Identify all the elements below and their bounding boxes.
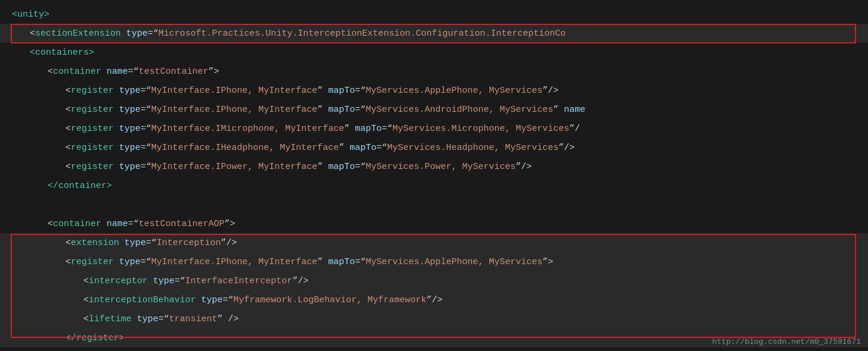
code-token: type xyxy=(124,238,146,248)
code-token: extension xyxy=(71,238,119,248)
code-token: interceptor xyxy=(89,276,148,286)
code-token: </container> xyxy=(48,181,112,191)
code-token: < xyxy=(65,86,71,96)
code-token: testContainerAOP xyxy=(139,219,224,229)
code-token: mapTo xyxy=(328,105,355,115)
code-line-13: <register type=“MyInterface.IPhone, MyIn… xyxy=(0,252,868,271)
code-token xyxy=(132,314,137,324)
code-token: =“ xyxy=(355,162,366,172)
code-token: container xyxy=(53,219,101,229)
code-token: name xyxy=(107,67,128,77)
code-line-16: <lifetime type=“transient” /> xyxy=(0,309,868,328)
code-token: register xyxy=(71,124,114,134)
code-token xyxy=(114,124,119,134)
code-token: Myframework.LogBehavior, Myframework xyxy=(233,295,426,305)
code-token xyxy=(114,143,119,153)
line-content-16: <lifetime type=“transient” /> xyxy=(83,314,239,324)
code-token: MyInterface.IPhone, MyInterface xyxy=(151,257,317,267)
code-token: type xyxy=(119,124,140,134)
line-content-14: <interceptor type=“InterfaceInterceptor”… xyxy=(83,276,308,286)
code-token: =“ xyxy=(140,162,151,172)
code-token: sectionExtension xyxy=(35,29,121,39)
code-line-6: <register type=“MyInterface.IMicrophone,… xyxy=(0,119,868,138)
code-token: MyInterface.IPhone, MyInterface xyxy=(151,86,317,96)
code-token: MyInterface.IMicrophone, MyInterface xyxy=(151,124,344,134)
code-token xyxy=(196,295,201,305)
code-token: type xyxy=(119,143,140,153)
line-content-6: <register type=“MyInterface.IMicrophone,… xyxy=(65,124,580,134)
code-token xyxy=(114,257,119,267)
code-token xyxy=(121,29,126,39)
code-token: =“ xyxy=(148,29,158,39)
code-token: mapTo xyxy=(328,86,355,96)
code-line-12: <extension type=“Interception”/> xyxy=(0,233,868,252)
code-token: < xyxy=(48,67,53,77)
code-line-2: <containers> xyxy=(0,43,868,62)
code-token: register xyxy=(71,143,114,153)
code-token: mapTo xyxy=(328,257,355,267)
code-line-4: <register type=“MyInterface.IPhone, MyIn… xyxy=(0,81,868,100)
line-content-12: <extension type=“Interception”/> xyxy=(65,238,237,248)
code-token: ”/> xyxy=(426,295,442,305)
code-token: ” xyxy=(344,124,355,134)
code-token: ” xyxy=(317,162,328,172)
code-token: < xyxy=(65,257,71,267)
code-token: =“ xyxy=(223,295,233,305)
code-token: type xyxy=(119,162,140,172)
code-line-8: <register type=“MyInterface.IPower, MyIn… xyxy=(0,157,868,176)
line-content-17: </register> xyxy=(65,333,124,343)
line-content-7: <register type=“MyInterface.IHeadphone, … xyxy=(65,143,574,153)
code-token: mapTo xyxy=(349,143,376,153)
code-token: InterfaceInterceptor xyxy=(185,276,292,286)
code-token: <containers> xyxy=(30,48,94,58)
code-token: type xyxy=(119,86,140,96)
code-token: ”/> xyxy=(516,162,532,172)
code-token: =“ xyxy=(128,67,139,77)
line-content-11: <container name=“testContainerAOP”> xyxy=(48,219,235,229)
code-token: ” xyxy=(553,105,564,115)
code-token: mapTo xyxy=(355,124,382,134)
line-content-8: <register type=“MyInterface.IPower, MyIn… xyxy=(65,162,532,172)
code-token: type xyxy=(137,314,158,324)
code-token: lifetime xyxy=(89,314,132,324)
code-token: < xyxy=(65,124,71,134)
line-content-1: <sectionExtension type=“Microsoft.Practi… xyxy=(30,29,566,39)
line-content-9: </container> xyxy=(48,181,112,191)
line-content-2: <containers> xyxy=(30,48,94,58)
code-token: MyInterface.IHeadphone, MyInterface xyxy=(151,143,339,153)
code-token xyxy=(101,67,107,77)
code-token: =“ xyxy=(140,86,151,96)
code-token: ”/ xyxy=(569,124,580,134)
line-content-13: <register type=“MyInterface.IPhone, MyIn… xyxy=(65,257,553,267)
code-token: Microsoft.Practices.Unity.InterceptionEx… xyxy=(158,29,566,39)
code-token: MyServices.Headphone, MyServices xyxy=(387,143,558,153)
code-token: =“ xyxy=(140,257,151,267)
code-token: </register> xyxy=(65,333,124,343)
code-line-5: <register type=“MyInterface.IPhone, MyIn… xyxy=(0,100,868,119)
code-token: =“ xyxy=(355,105,366,115)
code-token xyxy=(114,86,119,96)
code-token: type xyxy=(119,105,140,115)
code-token: < xyxy=(65,143,71,153)
code-line-11: <container name=“testContainerAOP”> xyxy=(0,214,868,233)
code-token: register xyxy=(71,257,114,267)
code-token: < xyxy=(65,238,71,248)
code-token: ”> xyxy=(224,219,235,229)
code-token: < xyxy=(65,105,71,115)
code-token: type xyxy=(126,29,148,39)
code-token: ” /> xyxy=(217,314,239,324)
line-content-15: <interceptionBehavior type=“Myframework.… xyxy=(83,295,442,305)
code-token: name xyxy=(564,105,585,115)
code-token: =“ xyxy=(146,238,157,248)
code-line-1: <sectionExtension type=“Microsoft.Practi… xyxy=(0,24,868,43)
code-token: ”/> xyxy=(542,86,558,96)
line-content-0: <unity> xyxy=(12,10,49,20)
code-token: register xyxy=(71,105,114,115)
code-token: transient xyxy=(169,314,217,324)
code-token xyxy=(101,219,107,229)
code-line-7: <register type=“MyInterface.IHeadphone, … xyxy=(0,138,868,157)
code-token: =“ xyxy=(140,124,151,134)
code-line-14: <interceptor type=“InterfaceInterceptor”… xyxy=(0,271,868,290)
code-token xyxy=(114,105,119,115)
code-token: ”/> xyxy=(558,143,574,153)
